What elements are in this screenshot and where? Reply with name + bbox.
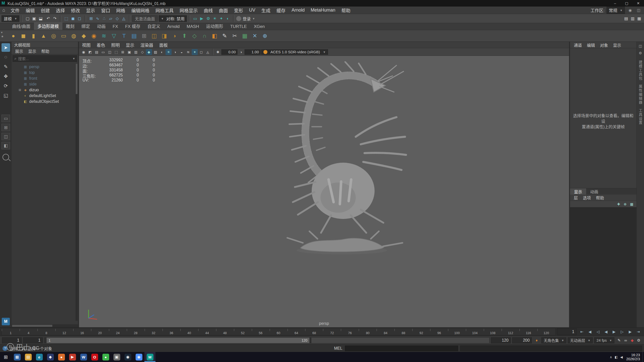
motion-blur-icon[interactable]: ≋ [185,49,191,55]
paint-select-tool[interactable]: ✎ [2,62,10,71]
shelf-tab[interactable]: XGen [250,23,268,30]
step-forward-key-button[interactable]: ▶ [626,329,634,335]
taskbar-file-explorer[interactable]: ▤ [23,352,34,362]
playback-end-field[interactable]: 120 [491,337,511,343]
target-weld-icon[interactable]: ⊕ [260,31,270,41]
menu-item[interactable]: 显示 [83,7,98,14]
network-icon[interactable]: ◧ [615,355,618,359]
show-desktop-button[interactable] [642,352,644,362]
outliner-search[interactable]: ⌕ ▼ [13,55,77,62]
mirror-icon[interactable]: ◧ [210,31,219,41]
crease-tool-icon[interactable]: ✎ [220,31,229,41]
shelf-tab[interactable]: 绑定 [78,22,94,30]
pin-workspace-icon[interactable]: ◉ [627,8,633,13]
wireframe-icon[interactable]: ◇ [139,49,145,55]
viewport-menu[interactable]: 照明 [108,42,123,48]
dock-tab[interactable]: 建模工具包 [638,58,643,82]
layer-menu[interactable]: 选项 [581,195,593,201]
taskbar-wechat[interactable]: ● [100,352,111,362]
isolate-select-icon[interactable]: ◬ [205,49,211,55]
outliner-item[interactable]: ◐ defaultLightSet [12,93,78,99]
shadows-icon[interactable]: ◑ [172,49,178,55]
shelf-tab[interactable]: MASH [183,23,203,30]
poly-plane-icon[interactable]: ▭ [59,31,68,41]
poly-cube-icon[interactable]: ◼ [19,31,28,41]
save-scene-icon[interactable]: ⬓ [37,15,44,22]
layout-single-pane-button[interactable]: ▭ [2,115,10,122]
shelf-tab[interactable]: 曲线/曲面 [9,22,34,30]
menu-item[interactable]: 缓存 [273,7,289,14]
select-hierarchy-icon[interactable]: ⬚ [63,15,70,22]
step-forward-frame-button[interactable]: ▷ [618,329,626,335]
outliner-item[interactable]: ▦ persp [12,64,78,70]
shelf-tab[interactable]: FX 缓存 [122,22,144,30]
shelf-tab[interactable]: FX [109,23,122,30]
textured-icon[interactable]: ▨ [152,49,158,55]
outliner-hscrollbar[interactable] [12,324,78,327]
auto-key-icon[interactable]: ◆ [629,337,635,343]
rotate-tool[interactable]: ⟳ [2,81,10,90]
dock-panel-icon[interactable]: ◫ [638,43,643,49]
shelf-tab[interactable]: 雕刻 [62,22,78,30]
select-object-icon[interactable]: ◼ [70,15,76,22]
channel-box-menu[interactable]: 显示 [611,42,623,48]
close-button[interactable]: ✕ [632,0,644,7]
light-editor-icon[interactable]: ☀ [212,15,218,22]
channel-box-menu[interactable]: 编辑 [585,42,597,48]
render-view-icon[interactable]: ▭ [192,15,198,22]
bridge-icon[interactable]: ∩ [200,31,209,41]
zoom-icon[interactable] [3,154,9,160]
svg-tool-icon[interactable]: ▤ [129,31,139,41]
poly-torus-icon[interactable]: ◎ [49,31,58,41]
boolean-icon[interactable]: ◑ [170,31,179,41]
shelf-tab[interactable]: 运动图形 [203,22,227,30]
menu-item[interactable]: 创建 [38,7,53,14]
menu-item[interactable]: MetaHuman [308,7,338,14]
menu-set-dropdown[interactable]: 建模▼ [2,15,19,22]
layer-menu[interactable]: 帮助 [594,195,606,201]
maximize-button[interactable]: ▢ [621,0,632,7]
shelf-tab[interactable]: 多边形建模 [34,22,62,30]
film-gate-icon[interactable]: ▭ [100,49,106,55]
viewport-menu[interactable]: 着色 [94,42,108,48]
quad-draw-icon[interactable]: ▦ [240,31,250,41]
outliner-item[interactable]: ◧ defaultObjectSet [12,99,78,104]
workspace-dropdown[interactable]: 常规▼ [607,7,625,14]
multisample-aa-icon[interactable]: ✦ [192,49,198,55]
viewport-canvas[interactable]: 顶点: 332992 0 0 边: 663467 0 0 [79,56,569,327]
layer-list[interactable] [570,207,636,327]
menu-item[interactable]: 网格 [113,7,128,14]
gamma-icon[interactable]: ◑ [238,49,244,55]
layout-persp-outliner-button[interactable]: ◧ [2,142,10,149]
gamma-field[interactable]: 1.00 [245,49,261,55]
menu-item[interactable]: 文件 [8,7,23,14]
bevel-icon[interactable]: ◇ [190,31,199,41]
symmetry-dropdown[interactable]: ▼对称: 禁用 [159,15,187,22]
workspace-layout-icon[interactable]: ◫ [635,8,642,13]
open-scene-icon[interactable]: ▣ [31,15,37,22]
new-layer-from-selected-icon[interactable]: ⊕ [622,201,628,207]
multi-cut-icon[interactable]: ✕ [250,31,260,41]
menu-item[interactable]: UV [246,7,258,14]
loop-icon[interactable]: ∞ [622,337,629,343]
anim-snapshot-icon[interactable]: ✎ [616,337,622,343]
taskbar-maya[interactable]: M [144,352,155,362]
layer-options-icon[interactable]: ▦ [629,201,634,207]
construction-grid-icon[interactable]: ⊞ [139,31,149,41]
layer-tab[interactable]: 动画 [586,188,602,195]
poly-disc-icon[interactable]: ◍ [69,31,78,41]
go-to-start-button[interactable]: ⇤ [578,329,586,335]
search-input[interactable] [18,57,71,61]
use-default-material-icon[interactable]: ◐ [159,49,165,55]
render-settings-icon[interactable]: ⚙ [205,15,212,22]
animation-end-field[interactable]: 200 [512,337,532,343]
select-camera-icon[interactable]: ◉ [80,49,87,55]
home-icon[interactable]: ⌂ [0,8,8,13]
dock-tab[interactable]: 工具设置 [638,107,643,127]
taskbar-firefox[interactable]: ● [56,352,67,362]
play-backwards-button[interactable]: ◀ [602,329,610,335]
lighting-icon[interactable]: ☀ [166,49,172,55]
poly-platonic-icon[interactable]: ◆ [79,31,89,41]
select-component-icon[interactable]: ◻ [76,15,83,22]
exposure-icon[interactable]: ✱ [215,49,221,55]
